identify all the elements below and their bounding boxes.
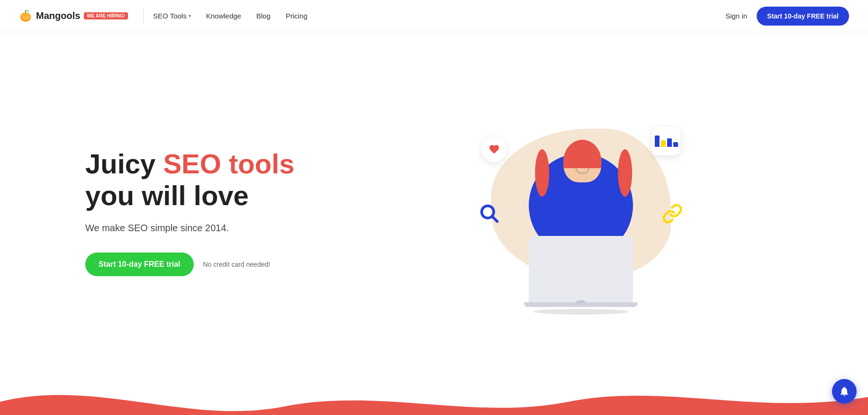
person-head	[563, 140, 601, 182]
hero-illustration	[351, 75, 811, 340]
illustration-wrapper	[467, 94, 695, 321]
nav-blog[interactable]: Blog	[256, 12, 271, 20]
search-float-icon	[477, 201, 502, 226]
laptop-screen	[529, 236, 633, 302]
laptop	[524, 236, 638, 312]
svg-point-2	[23, 14, 28, 17]
nav-right: Sign in Start 10-day FREE trial	[725, 7, 849, 26]
person-figure	[544, 140, 620, 244]
wave-svg	[0, 373, 868, 415]
laptop-shadow	[533, 309, 628, 315]
nav-seo-tools[interactable]: SEO Tools ▾	[153, 12, 191, 20]
heart-float-icon	[481, 136, 507, 162]
logo-text: Mangools	[36, 10, 80, 21]
logo[interactable]: Mangools We are hiring!	[19, 9, 128, 23]
chart-bar-4	[673, 142, 678, 147]
hair-right	[618, 149, 632, 197]
hero-actions: Start 10-day FREE trial No credit card n…	[85, 253, 351, 276]
chevron-down-icon: ▾	[189, 13, 191, 18]
chart-bar-1	[655, 135, 660, 147]
hero-content: Juicy SEO tools you will love We make SE…	[85, 139, 351, 276]
person-hair	[563, 140, 601, 168]
no-credit-card-text: No credit card needed!	[203, 261, 271, 268]
logo-icon	[19, 9, 32, 23]
bell-icon	[839, 386, 850, 397]
link-float-icon	[660, 201, 685, 226]
search-icon	[479, 203, 500, 224]
nav-divider	[143, 9, 144, 24]
nav-knowledge[interactable]: Knowledge	[206, 12, 241, 20]
wave-section	[0, 373, 868, 415]
notification-button[interactable]	[832, 379, 857, 404]
nav-links: SEO Tools ▾ Knowledge Blog Pricing	[153, 12, 725, 20]
heart-icon	[488, 144, 500, 155]
svg-line-5	[492, 217, 497, 222]
smile	[575, 168, 589, 174]
hero-title: Juicy SEO tools you will love	[85, 148, 351, 211]
hiring-badge: We are hiring!	[84, 12, 128, 19]
nav-cta-button[interactable]: Start 10-day FREE trial	[757, 7, 849, 26]
person-body	[559, 182, 606, 220]
chart-bar-2	[661, 140, 666, 147]
hair-left	[535, 149, 549, 197]
nav-pricing[interactable]: Pricing	[286, 12, 307, 20]
chart-bar-3	[667, 138, 672, 147]
chart-bars	[651, 132, 682, 151]
hero-section: Juicy SEO tools you will love We make SE…	[0, 32, 868, 354]
sign-in-link[interactable]: Sign in	[725, 12, 747, 20]
chart-float-icon	[652, 127, 680, 155]
link-icon	[662, 203, 683, 224]
hero-subtitle: We make SEO simple since 2014.	[85, 223, 351, 234]
navbar: Mangools We are hiring! SEO Tools ▾ Know…	[0, 0, 868, 32]
hero-cta-button[interactable]: Start 10-day FREE trial	[85, 253, 194, 276]
